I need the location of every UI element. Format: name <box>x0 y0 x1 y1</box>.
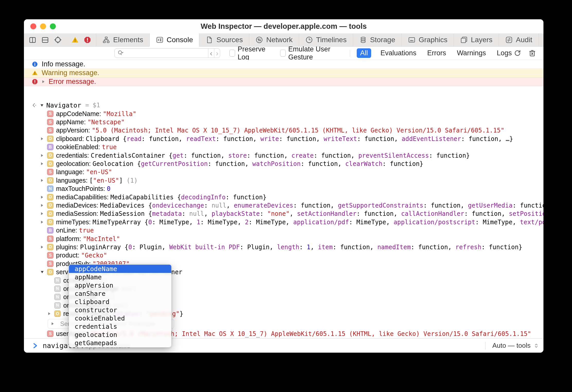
segment: platform: <box>56 235 83 242</box>
disclosure-closed-icon[interactable] <box>40 220 47 224</box>
scope-errors[interactable]: Errors <box>426 48 448 58</box>
clear-console-icon[interactable] <box>528 49 536 57</box>
element-picker-icon[interactable] <box>54 36 62 44</box>
segment: MediaCapabilities { <box>110 194 181 201</box>
property-row: BcookieEnabled: true <box>24 143 543 151</box>
disclosure-closed-icon[interactable] <box>40 179 47 182</box>
sources-icon <box>205 36 213 44</box>
disclosure-closed-icon[interactable] <box>42 80 45 83</box>
disclosure-closed-icon[interactable] <box>40 245 47 249</box>
disclosure-closed-icon[interactable] <box>40 137 47 140</box>
autocomplete-item[interactable]: canShare <box>69 289 171 298</box>
tab-storage[interactable]: Storage <box>353 33 401 46</box>
property-text: maxTouchPoints: 0 <box>56 185 543 192</box>
segment: null <box>189 210 204 217</box>
disclosure-closed-icon[interactable] <box>40 204 47 207</box>
autocomplete-item[interactable]: cookieEnabled <box>69 314 171 322</box>
error-message-row: Error message. <box>24 77 543 86</box>
property-text: appVersion: "5.0 (Macintosh; Intel Mac O… <box>56 127 543 134</box>
info-icon <box>32 61 38 67</box>
type-badge-s: S <box>47 261 53 267</box>
autocomplete-item[interactable]: appName <box>69 273 171 281</box>
segment: plugins: <box>56 243 80 251</box>
segment: : function, <box>301 160 345 167</box>
checkbox-box[interactable] <box>280 50 286 57</box>
reload-page-icon[interactable] <box>513 49 522 57</box>
tab-sources[interactable]: Sources <box>199 33 249 46</box>
autocomplete-item[interactable]: constructor <box>69 306 171 314</box>
error-badge-icon[interactable] <box>84 36 91 44</box>
tab-console[interactable]: Console <box>149 33 199 46</box>
autocomplete-item[interactable]: clipboard <box>69 298 171 306</box>
tab-graphics[interactable]: Graphics <box>401 33 454 46</box>
type-badge-nu: N <box>54 277 61 284</box>
segment: 0 <box>148 219 152 226</box>
console-icon <box>156 36 164 44</box>
checkbox-preserve-log[interactable]: Preserve Log <box>229 45 270 61</box>
segment: ondevicechange <box>152 202 204 209</box>
type-badge-nu: N <box>54 294 61 300</box>
scope-evaluations[interactable]: Evaluations <box>379 48 418 58</box>
segment: text/pdf <box>520 219 543 226</box>
segment: "Gecko" <box>81 252 107 259</box>
find-previous-button[interactable]: ‹ <box>208 49 214 58</box>
type-badge-o: O <box>54 310 61 317</box>
property-text: credentials: CredentialsContainer {get: … <box>56 152 543 159</box>
segment: : function, <box>356 210 401 217</box>
dock-split-horizontal-icon[interactable] <box>41 36 49 44</box>
tab-label: Sources <box>216 36 243 44</box>
tab-audit[interactable]: Audit <box>499 33 539 46</box>
autocomplete-item[interactable]: getGamepads <box>69 339 171 347</box>
warning-badge-icon[interactable] <box>71 36 79 44</box>
scope-all[interactable]: All <box>357 48 371 58</box>
type-badge-s: S <box>47 119 53 125</box>
autocomplete-item[interactable]: credentials <box>69 322 171 331</box>
dock-split-vertical-icon[interactable] <box>29 36 37 44</box>
search-input[interactable] <box>125 49 208 57</box>
tab-label: Console <box>167 36 193 44</box>
tab-network[interactable]: Network <box>249 33 299 46</box>
network-icon <box>255 36 263 44</box>
type-badge-s: S <box>47 169 53 175</box>
autocomplete-item[interactable]: geolocation <box>69 331 171 339</box>
disclosure-open-icon[interactable] <box>40 104 44 107</box>
property-text: mediaSession: MediaSession {metadata: nu… <box>56 210 543 217</box>
disclosure-closed-icon[interactable] <box>40 212 47 215</box>
disclosure-open-icon[interactable] <box>40 270 47 274</box>
console-search-field[interactable] <box>115 49 208 58</box>
tabbar-tail <box>539 33 543 46</box>
type-badge-s: S <box>47 236 53 242</box>
property-row: OmediaSession: MediaSession {metadata: n… <box>24 210 543 218</box>
property-text: mimeTypes: MimeTypeArray {0: MimeType, 1… <box>56 218 543 226</box>
disclosure-closed-icon[interactable] <box>40 154 47 157</box>
checkbox-label: Emulate User Gesture <box>288 45 342 61</box>
desktop-background: { "window": { "title": "Web Inspector — … <box>0 0 572 392</box>
segment: true <box>79 227 94 234</box>
disclosure-closed-icon[interactable] <box>48 312 54 315</box>
scope-logs[interactable]: Logs <box>495 48 513 58</box>
property-row: Oplugins: PluginArray {0: Plugin, WebKit… <box>24 243 543 251</box>
checkbox-emulate-user-gesture[interactable]: Emulate User Gesture <box>280 45 342 61</box>
segment: write <box>260 135 279 142</box>
tab-elements[interactable]: Elements <box>96 33 149 46</box>
segment: clipboard: <box>56 135 86 142</box>
checkbox-box[interactable] <box>229 50 235 57</box>
property-text: appName: "Netscape" <box>56 118 543 126</box>
tab-layers[interactable]: Layers <box>454 33 499 46</box>
segment: : function, <box>464 210 509 217</box>
search-tab-button[interactable] <box>539 33 543 46</box>
autocomplete-item[interactable]: appVersion <box>69 281 171 289</box>
tab-timelines[interactable]: Timelines <box>299 33 353 46</box>
execution-context-selector[interactable]: Auto — tools <box>485 338 540 353</box>
go-to-evaluation-icon[interactable] <box>31 102 38 109</box>
disclosure-closed-icon[interactable] <box>40 195 47 199</box>
segment: , <box>204 210 212 217</box>
autocomplete-item[interactable]: appCodeName <box>69 265 171 273</box>
find-next-button[interactable]: › <box>214 49 220 58</box>
disclosure-closed-icon[interactable] <box>40 162 47 165</box>
disclosure-closed-icon[interactable] <box>51 322 58 325</box>
scope-warnings[interactable]: Warnings <box>455 48 487 58</box>
checkbox-label: Preserve Log <box>238 45 270 61</box>
segment: 1 <box>307 244 310 251</box>
saved-result-index: = $1 <box>85 102 100 109</box>
